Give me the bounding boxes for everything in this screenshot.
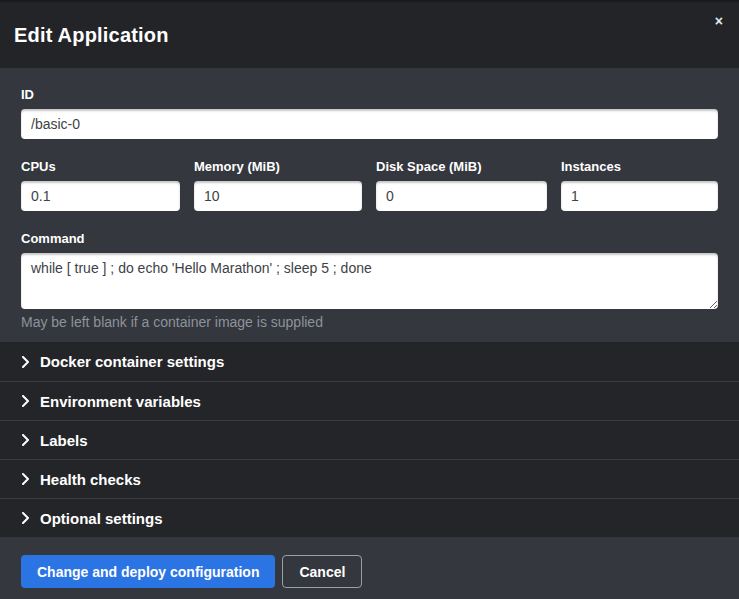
section-environment-variables[interactable]: Environment variables bbox=[0, 381, 739, 420]
cancel-button[interactable]: Cancel bbox=[282, 555, 362, 588]
chevron-right-icon bbox=[21, 434, 30, 446]
close-icon[interactable]: × bbox=[715, 14, 723, 28]
instances-label: Instances bbox=[561, 159, 718, 174]
command-help-text: May be left blank if a container image i… bbox=[21, 314, 718, 342]
change-and-deploy-button[interactable]: Change and deploy configuration bbox=[21, 555, 275, 588]
cpus-input[interactable] bbox=[21, 181, 180, 211]
disk-input[interactable] bbox=[376, 181, 547, 211]
chevron-right-icon bbox=[21, 395, 30, 407]
modal-body: ID CPUs Memory (MiB) Disk Space (MiB) In bbox=[0, 68, 739, 537]
section-label: Health checks bbox=[40, 471, 141, 488]
modal-title: Edit Application bbox=[14, 24, 169, 47]
section-health-checks[interactable]: Health checks bbox=[0, 459, 739, 498]
memory-input[interactable] bbox=[194, 181, 362, 211]
section-label: Environment variables bbox=[40, 393, 201, 410]
collapsible-sections: Docker container settings Environment va… bbox=[0, 342, 739, 537]
id-label: ID bbox=[21, 87, 718, 102]
section-label: Docker container settings bbox=[40, 353, 224, 370]
command-input[interactable]: while [ true ] ; do echo 'Hello Marathon… bbox=[21, 253, 718, 309]
section-labels[interactable]: Labels bbox=[0, 420, 739, 459]
instances-input[interactable] bbox=[561, 181, 718, 211]
chevron-right-icon bbox=[21, 356, 30, 368]
resources-row: CPUs Memory (MiB) Disk Space (MiB) Insta… bbox=[21, 159, 718, 211]
memory-label: Memory (MiB) bbox=[194, 159, 362, 174]
section-label: Optional settings bbox=[40, 510, 163, 527]
field-disk: Disk Space (MiB) bbox=[376, 159, 547, 211]
field-instances: Instances bbox=[561, 159, 718, 211]
section-optional-settings[interactable]: Optional settings bbox=[0, 498, 739, 537]
section-docker-container-settings[interactable]: Docker container settings bbox=[0, 342, 739, 381]
edit-application-modal: Edit Application × ID CPUs Memory (MiB) … bbox=[0, 0, 739, 599]
section-label: Labels bbox=[40, 432, 88, 449]
field-cpus: CPUs bbox=[21, 159, 180, 211]
modal-header: Edit Application × bbox=[0, 0, 739, 68]
modal-footer: Change and deploy configuration Cancel bbox=[0, 537, 739, 599]
cpus-label: CPUs bbox=[21, 159, 180, 174]
command-label: Command bbox=[21, 231, 718, 246]
chevron-right-icon bbox=[21, 473, 30, 485]
disk-label: Disk Space (MiB) bbox=[376, 159, 547, 174]
field-memory: Memory (MiB) bbox=[194, 159, 362, 211]
field-command: Command while [ true ] ; do echo 'Hello … bbox=[21, 231, 718, 342]
id-input[interactable] bbox=[21, 109, 718, 139]
field-id: ID bbox=[21, 87, 718, 139]
chevron-right-icon bbox=[21, 512, 30, 524]
application-form: ID CPUs Memory (MiB) Disk Space (MiB) In bbox=[0, 68, 739, 342]
